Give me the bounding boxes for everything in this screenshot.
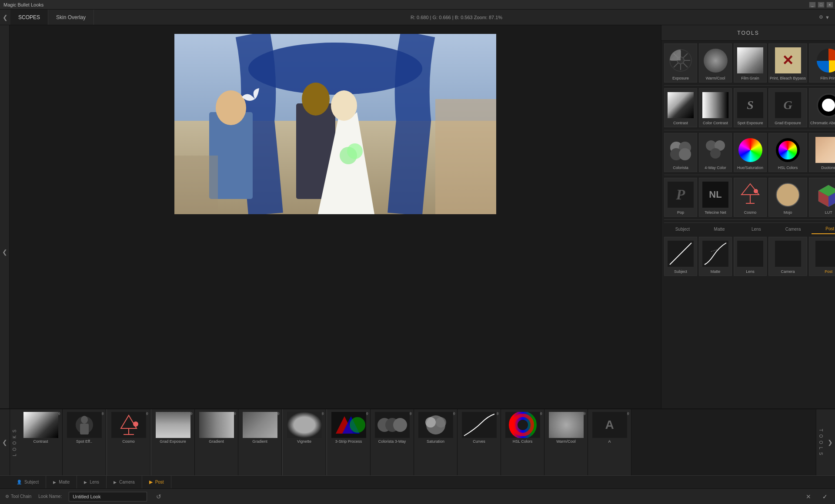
camera-thumb bbox=[773, 239, 803, 269]
tool-warm-cool[interactable]: Warm/Cool bbox=[699, 43, 732, 83]
strip-item-cosmo[interactable]: ⊗ Cosmo bbox=[107, 409, 150, 475]
strip-item-warm[interactable]: ⊗ Warm/Cool bbox=[544, 409, 588, 475]
section-post[interactable]: ▶ Post bbox=[142, 476, 171, 488]
tool-cosmo[interactable]: Cosmo bbox=[734, 178, 767, 217]
close-btn[interactable]: × bbox=[826, 2, 833, 8]
post-thumb bbox=[813, 239, 835, 269]
hsl-strip-label: HSL Colors bbox=[513, 439, 533, 444]
chromatic-icon bbox=[817, 93, 835, 117]
tool-hue-sat[interactable]: Hue/Saturation bbox=[734, 133, 767, 172]
strip-nav-right[interactable]: ❯ bbox=[825, 409, 835, 475]
film-print-label: Film Print bbox=[810, 75, 835, 80]
camera-section-icon: ▶ bbox=[114, 480, 117, 484]
mojo-thumb bbox=[773, 180, 803, 209]
tool-camera[interactable]: Camera bbox=[768, 237, 807, 276]
tab-matte[interactable]: Matte bbox=[701, 224, 738, 234]
tab-subject[interactable]: Subject bbox=[664, 224, 701, 234]
tool-telecine[interactable]: NL Telecine Net bbox=[699, 178, 732, 217]
strip-item-gradient1[interactable]: ⊗ Gradient bbox=[195, 409, 238, 475]
film-grain-icon bbox=[737, 47, 763, 73]
section-matte[interactable]: ▶ Matte bbox=[46, 476, 77, 488]
tool-lut[interactable]: LUT bbox=[809, 178, 835, 217]
section-subject[interactable]: 👤 Subject bbox=[10, 476, 46, 488]
tab-skin-overlay[interactable]: Skin Overlay bbox=[48, 10, 94, 25]
minimize-btn[interactable]: _ bbox=[809, 2, 816, 8]
title-bar: Magic Bullet Looks _ □ × bbox=[0, 0, 835, 10]
tool-film-grain[interactable]: Film Grain bbox=[734, 43, 767, 83]
strip-item-3strip[interactable]: ⊗ 3-Strip Process bbox=[327, 409, 371, 475]
strip-nav-left[interactable]: ❮ bbox=[0, 409, 10, 475]
strip-item-vignette[interactable]: ⊗ Vignette bbox=[283, 409, 326, 475]
preview-image bbox=[174, 34, 496, 214]
tool-contrast[interactable]: Contrast bbox=[664, 88, 697, 127]
telecine-thumb: NL bbox=[700, 180, 731, 209]
lens-label: Lens bbox=[735, 269, 765, 274]
tool-lens[interactable]: Lens bbox=[734, 237, 767, 276]
row-sep-3 bbox=[664, 175, 835, 175]
window-controls[interactable]: _ □ × bbox=[809, 2, 833, 8]
section-lens[interactable]: ▶ Lens bbox=[77, 476, 107, 488]
tab-lens[interactable]: Lens bbox=[738, 224, 775, 234]
spot-strip-thumb bbox=[67, 412, 102, 438]
tool-matte[interactable]: Matte bbox=[699, 237, 732, 276]
tab-camera[interactable]: Camera bbox=[775, 224, 812, 234]
strip-item-colorista3[interactable]: ⊗ Colorista 3-Way bbox=[371, 409, 414, 475]
strip-item-grad[interactable]: ⊗ Grad Exposure bbox=[151, 409, 195, 475]
strip-item-gradient2[interactable]: ⊗ Gradient bbox=[238, 409, 282, 475]
saturation-strip-label: Saturation bbox=[427, 439, 444, 444]
nav-left-btn[interactable]: ❮ bbox=[0, 10, 10, 25]
section-camera[interactable]: ▶ Camera bbox=[107, 476, 142, 488]
warm-cool-thumb bbox=[700, 46, 731, 75]
contrast-thumb bbox=[665, 90, 696, 120]
spot-exposure-label: Spot Exposure bbox=[735, 120, 765, 125]
strip-item-contrast[interactable]: ⊗ Contrast bbox=[19, 409, 63, 475]
subject-thumb bbox=[665, 239, 696, 269]
tool-colorista[interactable]: Colorista bbox=[664, 133, 697, 172]
svg-point-45 bbox=[350, 417, 365, 433]
tool-color-contrast[interactable]: Color Contrast bbox=[699, 88, 732, 127]
settings-icon: ⚙ bbox=[819, 14, 823, 20]
cosmo-strip-thumb bbox=[111, 412, 146, 438]
3strip-strip-label: 3-Strip Process bbox=[335, 439, 362, 444]
tool-exposure[interactable]: Exposure bbox=[664, 43, 697, 83]
tool-film-print[interactable]: Film Print bbox=[809, 43, 835, 83]
lens-section-label: Lens bbox=[90, 480, 99, 484]
settings-btn[interactable]: ⚙ ▼ bbox=[819, 14, 835, 20]
tool-duotone[interactable]: Duotone bbox=[809, 133, 835, 172]
tool-grad-exposure[interactable]: G Grad Exposure bbox=[768, 88, 807, 127]
tool-subject[interactable]: Subject bbox=[664, 237, 697, 276]
strip-item-curves[interactable]: ⊗ Curves bbox=[458, 409, 501, 475]
tool-pop[interactable]: P Pop bbox=[664, 178, 697, 217]
tool-4way[interactable]: 4-Way Color bbox=[699, 133, 732, 172]
strip-item-saturation[interactable]: ⊗ Saturation bbox=[414, 409, 458, 475]
lens-thumb bbox=[735, 239, 765, 269]
strip-item-a[interactable]: ⊗ A A bbox=[588, 409, 631, 475]
tab-post[interactable]: Post bbox=[812, 224, 835, 234]
svg-rect-36 bbox=[80, 424, 89, 434]
strip-item-hsl[interactable]: ⊗ HSL Colors bbox=[501, 409, 544, 475]
tool-hsl[interactable]: HSL Colors bbox=[768, 133, 807, 172]
reset-btn[interactable]: ↺ bbox=[154, 492, 164, 501]
spot-exposure-icon: S bbox=[737, 92, 763, 118]
tool-chromatic[interactable]: Chromatic Aberration bbox=[809, 88, 835, 127]
svg-rect-12 bbox=[174, 156, 218, 214]
colorista3-strip-thumb bbox=[375, 412, 410, 438]
strip-item-spot[interactable]: ⊗ Spot Eff.. bbox=[63, 409, 106, 475]
tab-scopes[interactable]: SCOPES bbox=[10, 10, 48, 25]
tool-spot-exposure[interactable]: S Spot Exposure bbox=[734, 88, 767, 127]
matte-label: Matte bbox=[700, 269, 731, 274]
tool-print-bleach[interactable]: ✕ Print, Bleach Bypass bbox=[768, 43, 807, 83]
confirm-btn[interactable]: ✓ bbox=[820, 492, 830, 501]
tool-mojo[interactable]: Mojo bbox=[768, 178, 807, 217]
svg-point-25 bbox=[754, 189, 758, 193]
film-print-thumb bbox=[813, 46, 835, 75]
look-name-input[interactable] bbox=[69, 492, 147, 501]
subject-label: Subject bbox=[665, 269, 696, 274]
3strip-strip-thumb bbox=[331, 412, 366, 438]
tool-post[interactable]: Post bbox=[809, 237, 835, 276]
maximize-btn[interactable]: □ bbox=[818, 2, 825, 8]
app-title: Magic Bullet Looks bbox=[3, 2, 43, 7]
mojo-label: Mojo bbox=[770, 209, 806, 215]
svg-point-35 bbox=[81, 416, 88, 424]
cancel-btn[interactable]: ✕ bbox=[804, 492, 813, 501]
